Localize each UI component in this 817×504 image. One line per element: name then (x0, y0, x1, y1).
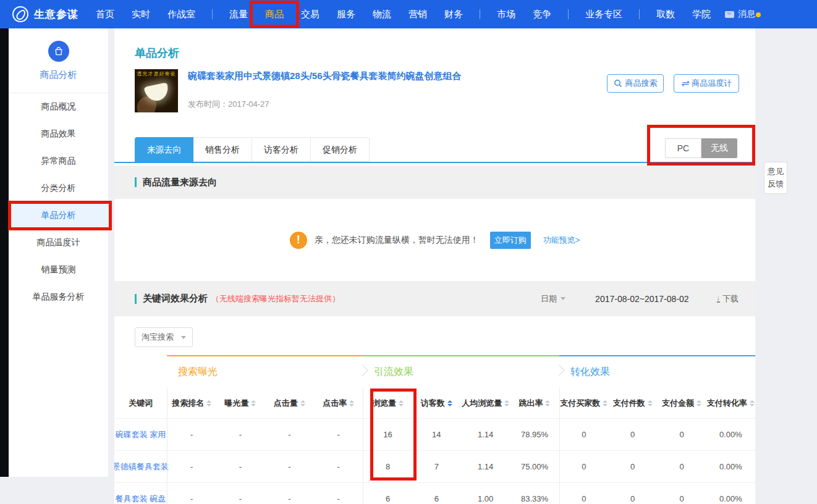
sort-icon[interactable] (206, 400, 211, 406)
nav-divider (639, 9, 640, 19)
collapsed-side-rail (0, 28, 9, 477)
table-cell: - (167, 451, 216, 482)
table-cell: 0 (559, 483, 608, 504)
sidebar-item-1[interactable]: 商品效果 (9, 120, 108, 148)
table-cell: 8 (363, 451, 412, 482)
column-header-8[interactable]: 跳出率 (510, 388, 559, 418)
sort-icon[interactable] (399, 400, 404, 406)
download-label: 下载 (722, 293, 739, 304)
sidebar-item-label: 单品服务分析 (33, 292, 85, 303)
column-header-10[interactable]: 支付件数 (608, 388, 657, 418)
nav-module-label: 财务 (444, 9, 463, 19)
channel-filter-select[interactable]: 淘宝搜索 (135, 327, 193, 347)
nav-divider (212, 9, 213, 19)
sort-icon[interactable] (504, 400, 509, 406)
brand-logo-icon[interactable] (12, 6, 28, 22)
keyword-section-title: 关键词效果分析 (143, 293, 208, 304)
keyword-section-header: 关键词效果分析 （无线端搜索曝光指标暂无法提供） 日期 2017-08-02~2… (114, 281, 755, 316)
notice-text: 亲，您还未订购流量纵横，暂时无法使用！ (315, 235, 479, 246)
nav-item-market[interactable]: 市场 (488, 0, 524, 28)
sidebar-item-6[interactable]: 销量预测 (9, 256, 108, 284)
sidebar-item-3[interactable]: 分类分析 (9, 175, 108, 202)
column-header-6[interactable]: 访客数 (412, 388, 461, 418)
column-header-2[interactable]: 曝光量 (216, 388, 265, 418)
sort-icon[interactable] (545, 400, 550, 406)
sort-icon[interactable] (696, 400, 701, 406)
toggle-wireless[interactable]: 无线 (701, 138, 737, 158)
table-cell: 1.00 (461, 483, 510, 504)
sort-icon[interactable] (300, 400, 305, 406)
order-now-button[interactable]: 立即订购 (490, 232, 531, 249)
table-cell: - (265, 451, 314, 482)
table-cell: 0 (559, 419, 608, 450)
sort-icon[interactable] (447, 400, 452, 406)
feedback-widget[interactable]: 意见 反馈 (764, 162, 787, 194)
sidebar-item-4[interactable]: 单品分析 (9, 202, 108, 229)
sidebar-item-7[interactable]: 单品服务分析 (9, 284, 108, 311)
tab-1[interactable]: 销售分析 (193, 137, 252, 162)
column-header-3[interactable]: 点击量 (265, 388, 314, 418)
feature-preview-link[interactable]: 功能预览> (543, 235, 580, 246)
sidebar-item-label: 销量预测 (41, 264, 76, 275)
tab-3[interactable]: 促销分析 (311, 137, 370, 162)
table-cell: 0 (657, 451, 706, 482)
column-header-1[interactable]: 搜索排名 (167, 388, 216, 418)
nav-module-5[interactable]: 营销 (400, 0, 436, 28)
nav-item-home[interactable]: 首页 (87, 0, 123, 28)
sidebar-item-5[interactable]: 商品温度计 (9, 229, 108, 256)
nav-module-3[interactable]: 服务 (328, 0, 364, 28)
keyword-link[interactable]: 景德镇餐具套装 (114, 461, 169, 472)
table-cell: 0.00% (706, 419, 755, 450)
nav-module-label: 营销 (408, 9, 427, 19)
device-toggle: PC 无线 (665, 138, 737, 158)
table-cell: 75.00% (510, 451, 559, 482)
product-title-link[interactable]: 碗碟套装家用中式景德镇28头/56头骨瓷餐具套装简约碗盘创意组合 (188, 70, 462, 82)
nav-module-4[interactable]: 物流 (364, 0, 400, 28)
column-header-11[interactable]: 支付金额 (657, 388, 706, 418)
sort-icon[interactable] (648, 400, 653, 406)
sidebar-item-2[interactable]: 异常商品 (9, 148, 108, 175)
publish-time: 发布时间：2017-04-27 (188, 99, 462, 110)
nav-module-6[interactable]: 财务 (436, 0, 472, 28)
chevron-down-icon (561, 297, 565, 300)
nav-item-academy[interactable]: 学院 (684, 0, 719, 28)
column-header-9[interactable]: 支付买家数 (559, 388, 608, 418)
sort-icon[interactable] (349, 400, 354, 406)
column-header-7[interactable]: 人均浏览量 (461, 388, 510, 418)
nav-item-data[interactable]: 取数 (648, 0, 684, 28)
nav-module-1[interactable]: 商品 (256, 0, 292, 28)
nav-item-warroom[interactable]: 作战室 (159, 0, 204, 28)
product-thumbnail[interactable]: 透光才是好骨瓷 (135, 69, 178, 112)
app-window: 生意参谋 首页 实时 作战室 流量商品交易服务物流营销财务 市场 竞争 业务专区… (0, 0, 817, 504)
channel-filter-value: 淘宝搜索 (142, 332, 174, 343)
product-search-button[interactable]: 商品搜索 (607, 74, 664, 93)
table-body: 碗碟套装 家用----16141.1478.95%0000.00%景德镇餐具套装… (114, 418, 755, 504)
product-thermometer-button[interactable]: 商品温度计 (674, 74, 739, 93)
nav-item-competition[interactable]: 竞争 (524, 0, 560, 28)
tab-2[interactable]: 访客分析 (252, 137, 311, 162)
column-header-4[interactable]: 点击率 (314, 388, 363, 418)
nav-module-2[interactable]: 交易 (292, 0, 328, 28)
sidebar-item-0[interactable]: 商品概况 (9, 93, 108, 120)
column-header-label: 关键词 (129, 398, 153, 409)
message-button[interactable]: 消息 (725, 9, 755, 20)
column-header-12[interactable]: 支付转化率 (706, 388, 755, 418)
nav-item-business-zone[interactable]: 业务专区 (577, 0, 631, 28)
tab-0[interactable]: 来源去向 (135, 137, 193, 162)
sort-icon[interactable] (603, 400, 607, 406)
chevron-down-icon (181, 336, 186, 339)
download-button[interactable]: 下载 (717, 293, 739, 304)
sort-icon[interactable] (251, 400, 256, 406)
toggle-pc[interactable]: PC (665, 138, 701, 158)
sort-icon[interactable] (750, 400, 755, 406)
nav-module-0[interactable]: 流量 (221, 0, 256, 28)
date-dropdown[interactable]: 日期 (541, 293, 565, 304)
nav-module-label: 商品 (265, 9, 284, 19)
brand-name: 生意参谋 (34, 7, 78, 22)
nav-item-realtime[interactable]: 实时 (123, 0, 159, 28)
table-cell: 83.33% (510, 483, 559, 504)
keyword-link[interactable]: 餐具套装 碗盘 (116, 494, 166, 504)
message-label: 消息 (738, 9, 755, 20)
keyword-link[interactable]: 碗碟套装 家用 (116, 429, 166, 440)
column-header-5[interactable]: 浏览量 (363, 388, 412, 418)
